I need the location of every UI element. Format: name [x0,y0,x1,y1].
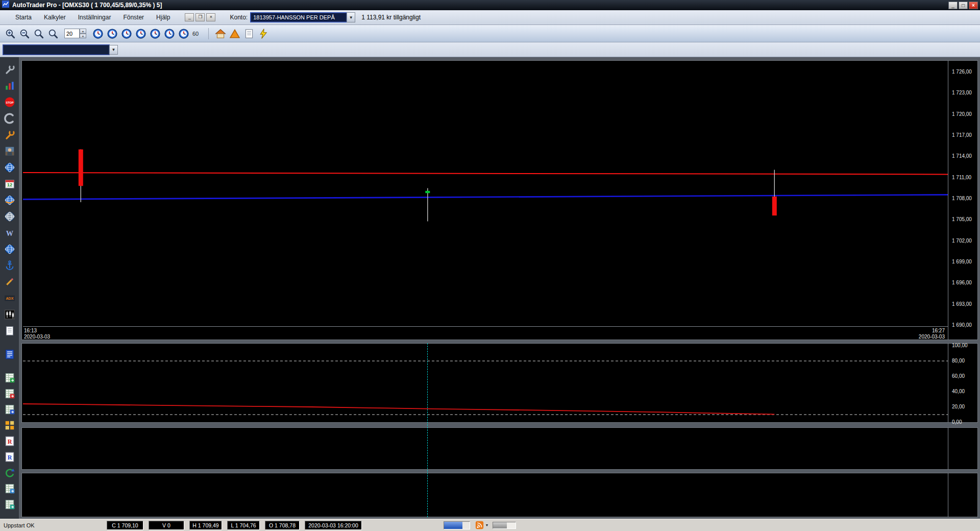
account-dropdown-button[interactable]: ▼ [347,12,355,22]
sheet-teal-icon[interactable] [4,498,16,511]
zoom-out-button[interactable] [17,27,31,40]
svg-text:R: R [7,438,12,445]
watchlist-icon[interactable] [4,348,16,360]
interval-button-5[interactable] [148,27,162,40]
menu-kalkyler[interactable]: Kalkyler [38,14,72,21]
calendar-12-icon[interactable]: 12 [4,178,16,190]
settings-wrench-icon[interactable] [4,63,16,76]
candlestick-chart-icon[interactable] [4,308,16,321]
interval-button-60[interactable] [177,27,190,40]
rss-icon[interactable] [474,520,484,530]
empty-panel-2[interactable] [21,473,978,517]
indicator-chart[interactable] [23,345,948,422]
clamp-icon[interactable] [4,112,16,125]
price-tick-label: 1 717,00 [952,132,972,138]
mdi-close-button[interactable]: × [206,13,215,21]
indicator-panel[interactable]: 100,0080,0060,0040,0020,000,00 [21,343,978,423]
globe-blue-icon[interactable] [4,161,16,174]
execute-button[interactable] [256,27,270,40]
low-value: L 1 704,76 [227,521,260,530]
bar-chart-icon[interactable] [4,80,16,92]
sidebar-group-top: STOP12WADX [4,63,16,341]
date-left: 2020-03-03 [24,334,50,340]
close-value: C 1 709,10 [107,521,143,530]
volume-slider[interactable] [493,522,516,529]
autotrader-window: AutoTrader Pro - [OMXS30 ( 1 700,45/5,89… [0,0,980,531]
sidebar-group-middle [4,348,16,365]
adx-icon[interactable]: ADX [4,292,16,304]
svg-text:R: R [7,454,12,461]
indicator-tick-label: 0,00 [952,419,962,425]
price-tick-label: 1 705,00 [952,216,972,222]
interval-button-1[interactable] [91,27,105,40]
interval-button-2[interactable] [105,27,119,40]
menu-hjalp[interactable]: Hjälp [150,14,176,21]
indicator-axis-separator [948,344,948,422]
palette-grid-icon[interactable] [4,419,16,431]
interval-60-label: 60 [192,31,199,37]
price-tick-label: 1 693,00 [952,301,972,307]
minimize-button[interactable]: _ [948,2,958,9]
document-icon[interactable] [4,325,16,337]
indicator-tick-label: 60,00 [952,373,965,379]
empty-panel-1[interactable] [21,427,978,470]
price-tick-label: 1 690,00 [952,322,972,328]
account-value: 1813957-HANSSON PER DEPÅ [253,14,335,20]
sidebar: STOP12WADX RR [0,57,19,519]
svg-text:12: 12 [7,182,12,187]
panel3-axis-separator [948,428,948,469]
rss-dropdown-button[interactable]: ▼ [484,523,489,527]
signals-button[interactable] [228,27,241,40]
volume-value: V 0 [149,521,184,530]
stop-icon[interactable]: STOP [4,96,16,108]
titlebar: AutoTrader Pro - [OMXS30 ( 1 700,45/5,89… [0,0,980,10]
mdi-minimize-button[interactable]: _ [185,13,194,21]
zoom-window-button[interactable] [32,27,45,40]
price-tick-label: 1 723,00 [952,90,972,95]
menu-starta[interactable]: Starta [9,14,38,21]
globe-orange-icon[interactable] [4,194,16,206]
spin-up-button[interactable]: ▲ [80,29,86,34]
refresh-icon[interactable] [4,467,16,479]
r-red-icon[interactable]: R [4,435,16,447]
instrument-search-input[interactable] [3,45,109,55]
zoom-in-button[interactable] [3,27,17,40]
sheet-blue-icon[interactable] [4,482,16,495]
window-title: AutoTrader Pro - [OMXS30 ( 1 700,45/5,89… [12,2,947,9]
time-left: 16:13 [24,328,50,334]
home-button[interactable] [213,27,227,40]
globe-gray-icon[interactable] [4,210,16,223]
mdi-controls: _ ❐ × [183,13,215,21]
price-chart-panel[interactable]: 1 726,001 723,001 720,001 717,001 714,00… [21,60,978,340]
interval-button-3[interactable] [119,27,133,40]
volume-slider-fill [493,522,507,528]
statusbar: Uppstart OK C 1 709,10 V 0 H 1 709,49 L … [0,519,980,531]
account-select[interactable]: 1813957-HANSSON PER DEPÅ [251,13,347,22]
menu-installningar[interactable]: Inställningar [72,14,117,21]
maximize-button[interactable]: □ [959,2,968,9]
menu-fonster[interactable]: Fönster [117,14,150,21]
notes-button[interactable] [242,27,256,40]
mdi-restore-button[interactable]: ❐ [195,13,205,21]
date-right: 2020-03-03 [919,334,945,340]
bars-count-input[interactable] [64,29,80,38]
r-blue-icon[interactable]: R [4,451,16,463]
interval-button-6[interactable] [162,27,176,40]
price-chart[interactable] [23,62,948,326]
report-red-icon[interactable] [4,388,16,400]
interval-button-4[interactable] [134,27,148,40]
report-blue-icon[interactable] [4,403,16,416]
instrument-dropdown-button[interactable]: ▼ [109,45,118,55]
globe-grid-icon[interactable] [4,243,16,255]
spin-buttons: ▲ ▼ [80,29,86,38]
spin-down-button[interactable]: ▼ [80,34,86,39]
close-button[interactable]: × [969,2,978,9]
tools-wrench-orange-icon[interactable] [4,129,16,141]
report-green-icon[interactable] [4,372,16,384]
anchor-icon[interactable] [4,259,16,272]
draw-pencil-icon[interactable] [4,276,16,288]
zoom-reset-button[interactable] [46,27,60,40]
user-photo-icon[interactable] [4,145,16,157]
bars-count-spinner: ▲ ▼ [64,29,86,38]
w-icon[interactable]: W [4,227,16,239]
